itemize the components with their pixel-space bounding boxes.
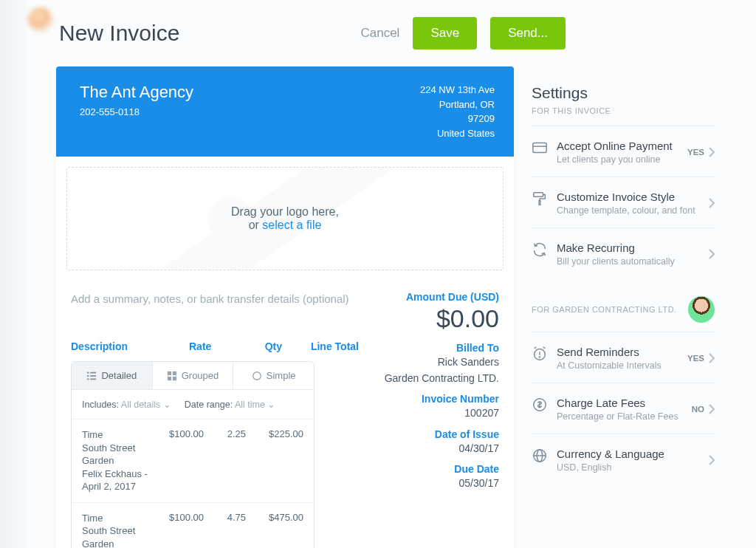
- billed-to-org: Garden Contracting LTD.: [366, 371, 499, 386]
- chevron-right-icon: [709, 249, 715, 259]
- svg-rect-11: [533, 143, 546, 153]
- date-range-filter[interactable]: Date range: All time ⌄: [185, 399, 276, 410]
- header-actions: Cancel Save Send...: [360, 17, 566, 49]
- dropzone-text-2: or select a file: [249, 219, 322, 232]
- svg-line-19: [543, 347, 546, 349]
- setting-title: Accept Online Payment: [557, 140, 687, 152]
- item-total: $225.00: [246, 428, 303, 493]
- invoice-number-label: Invoice Number: [366, 393, 499, 405]
- col-rate: Rate: [189, 340, 241, 352]
- page-title: New Invoice: [59, 21, 360, 46]
- item-date: April 2, 2017: [82, 480, 169, 493]
- setting-currency-language[interactable]: Currency & Language USD, English: [532, 434, 715, 484]
- line-item[interactable]: Time South Street Garden Rhiannon Singh …: [72, 503, 314, 548]
- company-phone: 202-555-0118: [80, 106, 193, 117]
- list-lines-icon: [86, 371, 97, 381]
- logo-dropzone[interactable]: Drag your logo here, or select a file: [66, 167, 504, 270]
- chevron-right-icon: [709, 404, 715, 414]
- select-file-link[interactable]: select a file: [262, 219, 321, 231]
- tab-label: Simple: [267, 370, 296, 381]
- credit-card-icon: [532, 140, 548, 156]
- setting-accept-payment[interactable]: Accept Online Payment Let clients pay yo…: [532, 126, 715, 177]
- billed-to-name: Rick Sanders: [366, 355, 499, 370]
- setting-title: Currency & Language: [557, 448, 709, 460]
- refresh-icon: [532, 242, 548, 258]
- setting-customize-style[interactable]: Customize Invoice Style Change template,…: [532, 177, 715, 227]
- dollar-coin-icon: [532, 397, 548, 413]
- line-columns-header: Description Rate Qty Line Total: [71, 340, 359, 357]
- tab-detailed[interactable]: Detailed: [72, 362, 153, 389]
- chevron-down-icon: ⌄: [267, 400, 275, 410]
- svg-rect-4: [87, 378, 89, 380]
- item-type: Time: [82, 428, 169, 442]
- tab-label: Grouped: [182, 370, 219, 381]
- svg-rect-2: [87, 375, 89, 377]
- amount-due-label: Amount Due (USD): [366, 291, 499, 303]
- company-address: 224 NW 13th Ave Portland, OR 97209 Unite…: [420, 83, 495, 140]
- cancel-button[interactable]: Cancel: [360, 26, 399, 41]
- setting-sub: Change template, colour, and font: [557, 205, 709, 216]
- address-line: Portland, OR: [420, 97, 495, 112]
- item-rate: $100.00: [169, 428, 210, 493]
- user-avatar-top[interactable]: [28, 7, 53, 32]
- setting-send-reminders[interactable]: Send Reminders At Customizable Intervals…: [532, 332, 715, 383]
- setting-title: Send Reminders: [557, 346, 687, 358]
- chevron-right-icon: [709, 198, 715, 208]
- save-button[interactable]: Save: [413, 17, 477, 49]
- item-type: Time: [82, 512, 169, 525]
- col-line-total: Line Total: [282, 340, 359, 352]
- status-badge: YES: [687, 148, 704, 157]
- section-for-invoice: FOR THIS INVOICE: [532, 106, 715, 115]
- setting-title: Charge Late Fees: [557, 397, 692, 409]
- includes-filter[interactable]: Includes: All details ⌄: [82, 399, 171, 410]
- page-header: New Invoice Cancel Save Send...: [56, 0, 756, 66]
- tab-simple[interactable]: Simple: [233, 362, 314, 389]
- svg-point-10: [253, 371, 261, 380]
- address-line: United States: [420, 126, 495, 141]
- invoice-card: The Ant Agency 202-555-0118 224 NW 13th …: [56, 66, 514, 548]
- setting-make-recurring[interactable]: Make Recurring Bill your clients automat…: [532, 227, 715, 278]
- billed-to-label: Billed To: [366, 342, 499, 354]
- svg-rect-3: [91, 375, 97, 377]
- summary-input[interactable]: Add a summary, notes, or bank transfer d…: [71, 292, 359, 305]
- amount-due-value: $0.00: [366, 304, 499, 333]
- svg-rect-0: [87, 371, 89, 373]
- setting-charge-late-fees[interactable]: Charge Late Fees Percentage or Flat-Rate…: [532, 383, 715, 434]
- line-item[interactable]: Time South Street Garden Felix Eckhaus -…: [72, 419, 314, 503]
- app-sidebar: [0, 0, 27, 548]
- item-project: South Street Garden: [82, 442, 169, 467]
- settings-heading: Settings: [532, 84, 715, 102]
- item-qty: 4.75: [210, 512, 246, 548]
- dropzone-text-1: Drag your logo here,: [231, 205, 339, 219]
- alarm-icon: [532, 346, 548, 362]
- globe-icon: [532, 448, 548, 464]
- send-button[interactable]: Send...: [490, 17, 566, 49]
- items-view-tabs: Detailed Grouped: [72, 362, 314, 390]
- svg-rect-1: [91, 371, 97, 373]
- svg-point-17: [539, 357, 540, 357]
- chevron-right-icon: [709, 147, 715, 157]
- circle-icon: [252, 371, 262, 381]
- col-description: Description: [71, 340, 189, 352]
- setting-title: Customize Invoice Style: [557, 191, 709, 203]
- setting-title: Make Recurring: [557, 242, 709, 254]
- svg-rect-14: [539, 201, 540, 205]
- tab-grouped[interactable]: Grouped: [153, 362, 234, 389]
- grid-icon: [167, 371, 177, 381]
- svg-rect-9: [173, 376, 176, 380]
- svg-line-18: [535, 347, 537, 349]
- client-avatar[interactable]: [688, 296, 715, 323]
- setting-sub: Bill your clients automatically: [557, 256, 709, 267]
- invoice-number-value: 100207: [366, 406, 499, 421]
- chevron-right-icon: [709, 455, 715, 465]
- item-qty: 2.25: [210, 428, 246, 493]
- svg-rect-5: [91, 378, 97, 380]
- item-total: $475.00: [246, 512, 303, 548]
- due-date-label: Due Date: [366, 463, 499, 475]
- setting-sub: Percentage or Flat-Rate Fees: [557, 411, 692, 422]
- setting-sub: At Customizable Intervals: [557, 360, 687, 371]
- svg-rect-7: [173, 371, 176, 374]
- settings-panel: Settings FOR THIS INVOICE Accept Online …: [532, 66, 715, 484]
- section-for-client: FOR GARDEN CONTRACTING LTD.: [532, 305, 677, 314]
- items-filters: Includes: All details ⌄ Date range: All …: [72, 390, 314, 419]
